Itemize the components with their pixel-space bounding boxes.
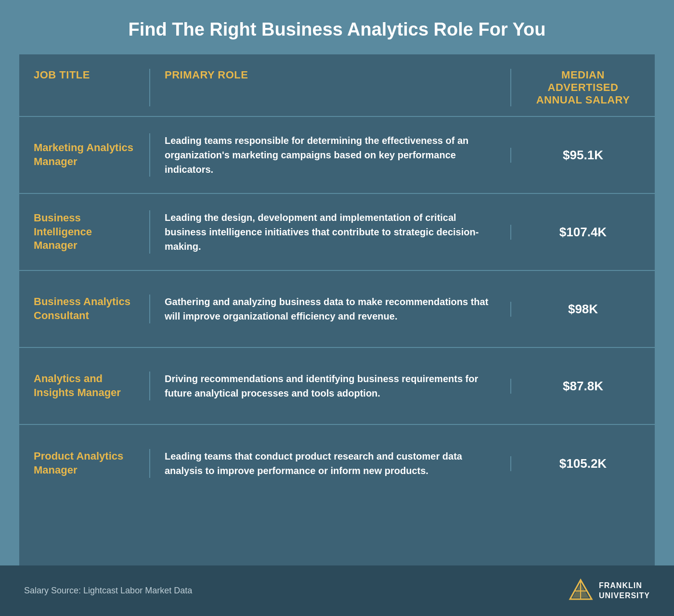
main-table: JOB TITLE PRIMARY ROLE MEDIAN ADVERTISED…: [19, 54, 655, 565]
col-header-job-title: JOB TITLE: [19, 69, 149, 106]
table-row: Analytics and Insights Manager Driving r…: [19, 348, 655, 425]
job-title-cell: Business Intelligence Manager: [19, 211, 149, 253]
job-title-text: Business Analytics Consultant: [34, 295, 130, 321]
job-title-text: Analytics and Insights Manager: [34, 372, 121, 398]
primary-role-text: Gathering and analyzing business data to…: [165, 296, 488, 321]
job-title-text: Business Intelligence Manager: [34, 212, 92, 251]
page-title: Find The Right Business Analytics Role F…: [29, 19, 645, 40]
primary-role-cell: Gathering and analyzing business data to…: [149, 295, 510, 323]
franklin-line1: FRANKLIN: [599, 581, 650, 591]
col-header-primary-role: PRIMARY ROLE: [149, 69, 510, 106]
salary-value: $105.2K: [559, 456, 607, 471]
salary-value: $98K: [568, 302, 598, 316]
table-wrapper: JOB TITLE PRIMARY ROLE MEDIAN ADVERTISED…: [19, 54, 655, 502]
salary-cell: $95.1K: [510, 148, 655, 163]
table-row: Business Analytics Consultant Gathering …: [19, 271, 655, 348]
salary-cell: $98K: [510, 302, 655, 317]
salary-cell: $105.2K: [510, 456, 655, 471]
page-footer: Salary Source: Lightcast Labor Market Da…: [0, 565, 674, 616]
salary-value: $95.1K: [563, 148, 603, 162]
table-row: Marketing Analytics Manager Leading team…: [19, 117, 655, 194]
job-title-cell: Business Analytics Consultant: [19, 295, 149, 322]
franklin-logo: FRANKLIN UNIVERSITY: [568, 578, 650, 604]
salary-value: $107.4K: [559, 225, 607, 239]
job-title-text: Product Analytics Manager: [34, 450, 123, 476]
franklin-university-icon: [568, 578, 594, 604]
primary-role-text: Leading teams responsible for determinin…: [165, 135, 468, 175]
page-header: Find The Right Business Analytics Role F…: [0, 0, 674, 54]
job-title-cell: Marketing Analytics Manager: [19, 141, 149, 168]
col-header-salary: MEDIAN ADVERTISED ANNUAL SALARY: [510, 69, 655, 106]
primary-role-cell: Driving recommendations and identifying …: [149, 372, 510, 400]
primary-role-text: Driving recommendations and identifying …: [165, 373, 478, 398]
franklin-text: FRANKLIN UNIVERSITY: [599, 581, 650, 601]
primary-role-cell: Leading teams responsible for determinin…: [149, 133, 510, 177]
footer-source-text: Salary Source: Lightcast Labor Market Da…: [24, 586, 192, 596]
salary-value: $87.8K: [563, 379, 603, 393]
primary-role-cell: Leading teams that conduct product resea…: [149, 449, 510, 478]
job-title-text: Marketing Analytics Manager: [34, 141, 133, 167]
primary-role-text: Leading teams that conduct product resea…: [165, 451, 462, 476]
table-header-row: JOB TITLE PRIMARY ROLE MEDIAN ADVERTISED…: [19, 54, 655, 117]
franklin-line2: UNIVERSITY: [599, 591, 650, 601]
salary-cell: $107.4K: [510, 225, 655, 240]
table-row: Business Intelligence Manager Leading th…: [19, 194, 655, 271]
primary-role-cell: Leading the design, development and impl…: [149, 210, 510, 254]
table-row: Product Analytics Manager Leading teams …: [19, 425, 655, 502]
primary-role-text: Leading the design, development and impl…: [165, 212, 479, 252]
job-title-cell: Product Analytics Manager: [19, 449, 149, 477]
salary-cell: $87.8K: [510, 379, 655, 394]
job-title-cell: Analytics and Insights Manager: [19, 372, 149, 399]
